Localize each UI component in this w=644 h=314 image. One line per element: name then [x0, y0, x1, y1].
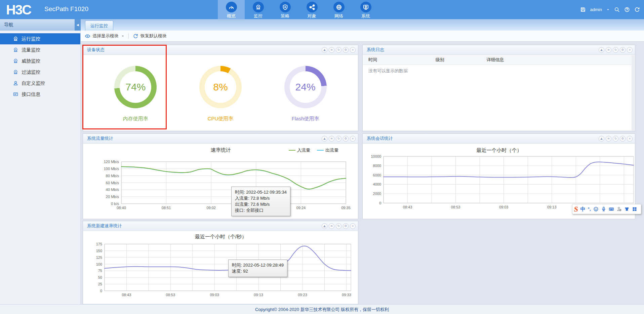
panel-title: 系统流量统计: [87, 135, 113, 142]
panel-refresh-button[interactable]: ↻: [613, 136, 618, 142]
panel-header: 系统日志 ▲≡↻⚙×: [363, 45, 635, 55]
search-icon[interactable]: [614, 7, 620, 12]
panel-settings-button[interactable]: ⚙: [620, 136, 626, 142]
sidebar-item-label: 接口信息: [22, 91, 40, 97]
svg-text:09:24: 09:24: [296, 206, 306, 210]
sidebar-item-3[interactable]: 过滤监控: [0, 67, 80, 78]
toolbox-icon[interactable]: [632, 206, 637, 212]
tab-run-monitor[interactable]: 运行监控: [85, 21, 113, 31]
ime-language-mode[interactable]: 中: [580, 206, 586, 212]
handwriting-icon[interactable]: [616, 206, 622, 212]
nav-tab-1[interactable]: 监控: [245, 0, 272, 19]
sidebar: 运行监控 流量监控 威胁监控 过滤监控 自定义监控 接口信息: [0, 31, 81, 304]
sidebar-item-label: 威胁监控: [22, 58, 40, 64]
select-modules-button[interactable]: 选择显示模块: [85, 33, 124, 39]
svg-text:4000: 4000: [373, 182, 381, 186]
panel-collapse-button[interactable]: ▲: [322, 223, 327, 229]
panel-settings-button[interactable]: ⚙: [343, 136, 349, 142]
panel-settings-button[interactable]: ⚙: [343, 223, 349, 229]
column-time: 时间: [363, 57, 430, 63]
donut-row: 74% 内存使用率 8% CPU使用率 24% Flash使用率: [83, 55, 358, 131]
nav-tab-4[interactable]: 网络: [325, 0, 352, 19]
chevron-down-icon[interactable]: [606, 8, 610, 11]
eye-icon: [85, 33, 90, 39]
panel-refresh-button[interactable]: ↻: [336, 47, 341, 53]
new-rate-chart: 最近一个小时（个/秒）025507510012515017508:4308:53…: [83, 231, 358, 304]
cam-icon: [13, 47, 18, 53]
panel-collapse-button[interactable]: ▲: [599, 136, 604, 142]
panel-title: 系统会话统计: [367, 135, 393, 142]
panel-title: 系统新建速率统计: [87, 223, 122, 229]
share-icon: [307, 2, 318, 12]
panel-refresh-button[interactable]: ↻: [336, 223, 341, 229]
ime-punctuation-icon[interactable]: °,: [588, 207, 591, 211]
panel-collapse-button[interactable]: ▲: [322, 47, 327, 53]
panel-controls: ▲≡↻⚙×: [322, 136, 356, 142]
user-cluster: admin: [580, 0, 640, 19]
nav-tab-3[interactable]: 对象: [298, 0, 325, 19]
nav-tab-0[interactable]: 概览: [218, 0, 245, 19]
nav-tab-5[interactable]: 系统: [352, 0, 379, 19]
panel-close-button[interactable]: ×: [350, 47, 356, 53]
panel-settings-button[interactable]: ⚙: [620, 47, 626, 53]
emoji-icon[interactable]: [593, 206, 599, 212]
panel-close-button[interactable]: ×: [350, 223, 356, 229]
monitor-icon: [360, 2, 371, 12]
nav-tab-2[interactable]: 策略: [272, 0, 298, 19]
sidebar-title: 导航: [4, 22, 13, 28]
sidebar-item-1[interactable]: 流量监控: [0, 44, 80, 55]
panel-close-button[interactable]: ×: [627, 136, 633, 142]
shield-icon: [280, 2, 291, 12]
main-nav: 概览 监控 策略 对象 网络 系统: [218, 0, 379, 19]
panel-controls: ▲≡↻⚙×: [322, 47, 356, 53]
restore-default-button[interactable]: 恢复默认模块: [133, 33, 167, 39]
keyboard-icon[interactable]: [609, 206, 614, 212]
sidebar-collapse-button[interactable]: ◀: [75, 19, 81, 31]
panel-list-button[interactable]: ≡: [329, 136, 334, 142]
product-name: SecPath F1020: [44, 5, 88, 13]
tab-strip: 运行监控: [81, 19, 644, 31]
logout-icon[interactable]: [634, 7, 640, 12]
panel-collapse-button[interactable]: ▲: [599, 47, 604, 53]
gauge-value: 8%: [213, 81, 228, 93]
panel-refresh-button[interactable]: ↻: [336, 136, 341, 142]
column-detail: 详细信息: [481, 57, 632, 63]
panel-list-button[interactable]: ≡: [606, 47, 611, 53]
microphone-icon[interactable]: [601, 206, 606, 212]
help-icon[interactable]: [624, 7, 630, 12]
save-icon[interactable]: [580, 7, 586, 12]
gauge-value: 74%: [125, 81, 146, 93]
device-status-panel: 设备状态 ▲≡↻⚙× 74% 内存使用率 8% CPU使用率 24% Flash…: [83, 45, 358, 131]
card-icon: [13, 91, 18, 97]
panel-settings-button[interactable]: ⚙: [343, 47, 349, 53]
svg-text:8000: 8000: [373, 164, 381, 168]
panel-close-button[interactable]: ×: [627, 47, 633, 53]
nav-label: 系统: [361, 13, 370, 19]
syslog-scrollbar[interactable]: [632, 55, 635, 130]
panel-collapse-button[interactable]: ▲: [322, 136, 327, 142]
new-rate-panel: 系统新建速率统计 ▲≡↻⚙× 最近一个小时（个/秒）02550751001251…: [83, 221, 358, 304]
gauge-value: 24%: [295, 81, 316, 93]
sidebar-item-label: 流量监控: [22, 47, 40, 53]
sidebar-item-4[interactable]: 自定义监控: [0, 78, 80, 89]
panel-list-button[interactable]: ≡: [329, 47, 334, 53]
gauge-cell-0: 74% 内存使用率: [114, 66, 157, 122]
h3c-logo: H3C: [6, 2, 31, 18]
sidebar-item-0[interactable]: 运行监控: [0, 33, 80, 44]
footer: Copyright© 2004-2020 新华三技术有限公司 版权所有，保留一切…: [0, 304, 644, 314]
sidebar-item-5[interactable]: 接口信息: [0, 89, 80, 100]
panel-list-button[interactable]: ≡: [606, 136, 611, 142]
panel-controls: ▲≡↻⚙×: [599, 136, 633, 142]
svg-text:50: 50: [98, 275, 102, 279]
panel-refresh-button[interactable]: ↻: [613, 47, 618, 53]
svg-text:25: 25: [98, 282, 102, 286]
sidebar-item-2[interactable]: 威胁监控: [0, 55, 80, 67]
panel-title: 系统日志: [367, 47, 384, 53]
gauge-cell-2: 24% Flash使用率: [284, 66, 327, 122]
sogou-logo-icon[interactable]: S: [574, 205, 578, 213]
skin-icon[interactable]: [624, 206, 630, 212]
panel-close-button[interactable]: ×: [350, 136, 356, 142]
panel-list-button[interactable]: ≡: [329, 223, 334, 229]
user-menu[interactable]: admin: [590, 7, 602, 12]
svg-text:2000: 2000: [373, 192, 381, 196]
